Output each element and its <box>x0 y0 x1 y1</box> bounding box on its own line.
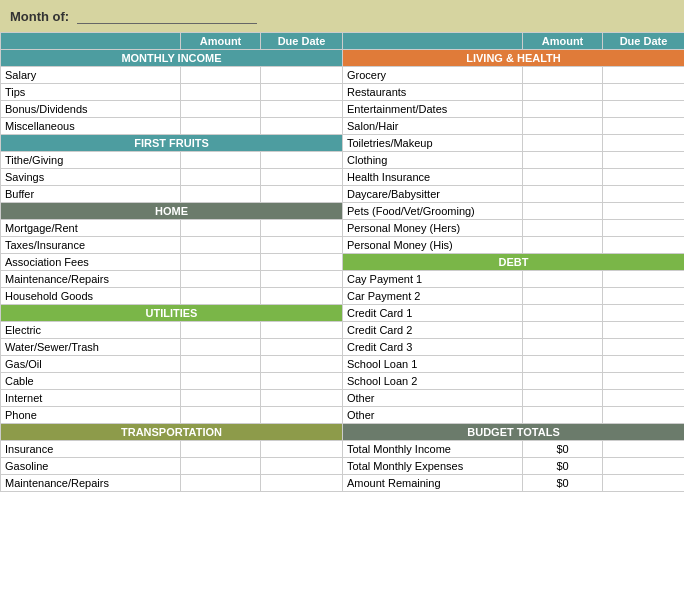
right-row-date[interactable] <box>603 186 685 203</box>
left-row-amount[interactable] <box>181 288 261 305</box>
left-amount-header: Amount <box>181 33 261 50</box>
right-row-date[interactable] <box>603 441 685 458</box>
right-row-amount: $0 <box>523 441 603 458</box>
left-row-amount[interactable] <box>181 407 261 424</box>
right-label-header <box>343 33 523 50</box>
left-row-amount[interactable] <box>181 67 261 84</box>
right-row-amount[interactable] <box>523 84 603 101</box>
right-row-date[interactable] <box>603 475 685 492</box>
left-row-amount[interactable] <box>181 220 261 237</box>
right-row-date[interactable] <box>603 305 685 322</box>
right-row-amount[interactable] <box>523 305 603 322</box>
right-row-amount[interactable] <box>523 203 603 220</box>
right-row-amount[interactable] <box>523 271 603 288</box>
left-row-amount[interactable] <box>181 373 261 390</box>
left-row-date[interactable] <box>261 254 343 271</box>
left-row-date[interactable] <box>261 237 343 254</box>
right-row-date[interactable] <box>603 152 685 169</box>
right-row-amount[interactable] <box>523 288 603 305</box>
right-row-date[interactable] <box>603 390 685 407</box>
left-row-date[interactable] <box>261 67 343 84</box>
left-row-date[interactable] <box>261 407 343 424</box>
left-row-amount[interactable] <box>181 118 261 135</box>
right-row-label: Salon/Hair <box>343 118 523 135</box>
right-row-amount[interactable] <box>523 118 603 135</box>
right-row-label: Daycare/Babysitter <box>343 186 523 203</box>
left-section-header: HOME <box>1 203 343 220</box>
right-row-amount: $0 <box>523 458 603 475</box>
left-row-date[interactable] <box>261 101 343 118</box>
left-row-label: Cable <box>1 373 181 390</box>
right-row-date[interactable] <box>603 84 685 101</box>
right-row-date[interactable] <box>603 271 685 288</box>
right-row-amount[interactable] <box>523 339 603 356</box>
right-row-amount[interactable] <box>523 237 603 254</box>
right-row-date[interactable] <box>603 407 685 424</box>
left-row-date[interactable] <box>261 373 343 390</box>
left-row-date[interactable] <box>261 220 343 237</box>
right-row-date[interactable] <box>603 118 685 135</box>
left-row-label: Internet <box>1 390 181 407</box>
right-row-date[interactable] <box>603 169 685 186</box>
right-row-label: School Loan 2 <box>343 373 523 390</box>
left-row-date[interactable] <box>261 322 343 339</box>
right-row-date[interactable] <box>603 135 685 152</box>
left-row-date[interactable] <box>261 186 343 203</box>
left-row-date[interactable] <box>261 152 343 169</box>
left-row-date[interactable] <box>261 84 343 101</box>
left-row-date[interactable] <box>261 339 343 356</box>
left-row-amount[interactable] <box>181 169 261 186</box>
right-row-label: Personal Money (Hers) <box>343 220 523 237</box>
left-row-amount[interactable] <box>181 84 261 101</box>
right-row-date[interactable] <box>603 203 685 220</box>
left-row-date[interactable] <box>261 390 343 407</box>
left-row-date[interactable] <box>261 475 343 492</box>
left-label-header <box>1 33 181 50</box>
right-row-amount[interactable] <box>523 407 603 424</box>
left-row-amount[interactable] <box>181 254 261 271</box>
left-row-amount[interactable] <box>181 356 261 373</box>
left-row-amount[interactable] <box>181 152 261 169</box>
left-row-date[interactable] <box>261 356 343 373</box>
month-input[interactable] <box>77 8 257 24</box>
left-row-amount[interactable] <box>181 271 261 288</box>
right-row-date[interactable] <box>603 322 685 339</box>
right-row-amount[interactable] <box>523 373 603 390</box>
left-row-amount[interactable] <box>181 101 261 118</box>
left-row-amount[interactable] <box>181 475 261 492</box>
right-row-amount[interactable] <box>523 186 603 203</box>
left-row-amount[interactable] <box>181 390 261 407</box>
right-row-amount[interactable] <box>523 322 603 339</box>
left-row-date[interactable] <box>261 288 343 305</box>
left-row-label: Maintenance/Repairs <box>1 475 181 492</box>
right-row-date[interactable] <box>603 339 685 356</box>
left-row-date[interactable] <box>261 271 343 288</box>
right-row-amount[interactable] <box>523 356 603 373</box>
left-row-amount[interactable] <box>181 441 261 458</box>
right-row-amount[interactable] <box>523 390 603 407</box>
left-row-date[interactable] <box>261 169 343 186</box>
left-row-date[interactable] <box>261 441 343 458</box>
right-row-date[interactable] <box>603 356 685 373</box>
left-row-date[interactable] <box>261 458 343 475</box>
right-row-amount[interactable] <box>523 152 603 169</box>
left-row-amount[interactable] <box>181 339 261 356</box>
left-row-label: Mortgage/Rent <box>1 220 181 237</box>
right-row-date[interactable] <box>603 288 685 305</box>
left-row-amount[interactable] <box>181 322 261 339</box>
left-row-date[interactable] <box>261 118 343 135</box>
right-row-date[interactable] <box>603 67 685 84</box>
right-row-amount[interactable] <box>523 101 603 118</box>
right-row-date[interactable] <box>603 101 685 118</box>
left-row-amount[interactable] <box>181 186 261 203</box>
right-row-amount[interactable] <box>523 135 603 152</box>
left-row-amount[interactable] <box>181 458 261 475</box>
right-row-date[interactable] <box>603 458 685 475</box>
right-row-date[interactable] <box>603 373 685 390</box>
left-row-amount[interactable] <box>181 237 261 254</box>
right-row-date[interactable] <box>603 220 685 237</box>
right-row-amount[interactable] <box>523 169 603 186</box>
right-row-amount[interactable] <box>523 67 603 84</box>
right-row-date[interactable] <box>603 237 685 254</box>
right-row-amount[interactable] <box>523 220 603 237</box>
